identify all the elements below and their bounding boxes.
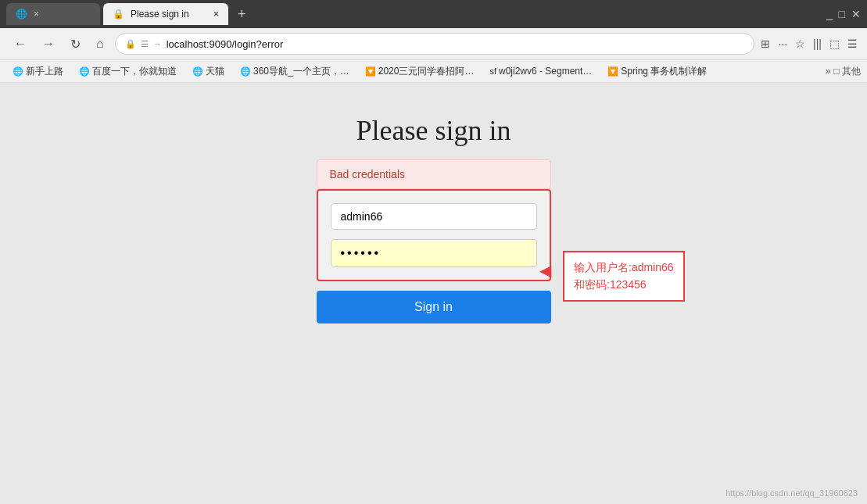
address-bar-right: ⊞ ··· ☆ ||| ⬚ ☰	[761, 38, 858, 50]
annotation-box: 输入用户名:admin66 和密码:123456	[563, 251, 685, 302]
shield-icon: 🔒	[125, 39, 136, 49]
tabs-icon[interactable]: ⬚	[829, 38, 840, 50]
bookmark-icon-2: 🌐	[192, 66, 203, 77]
page-title: Please sign in	[356, 114, 511, 147]
tab-bar: 🌐 × 🔒 Please sign in × + ⎯ □ ✕	[0, 0, 867, 28]
bookmark-icon-3: 🌐	[240, 66, 251, 77]
sign-in-button[interactable]: Sign in	[317, 291, 551, 323]
page-icon: ☰	[141, 39, 149, 49]
more-bookmarks-icon: »	[826, 66, 831, 77]
bookmark-icon-5: sf	[489, 66, 496, 76]
bookmark-icon-0: 🌐	[13, 66, 23, 77]
page-content: Please sign in Bad credentials Sign in ◀…	[0, 83, 867, 504]
bookmark-label-0: 新手上路	[26, 65, 63, 78]
bookmark-icon-4: 🔽	[365, 66, 376, 77]
browser-chrome: 🌐 × 🔒 Please sign in × + ⎯ □ ✕ ← → ↻ ⌂ 🔒…	[0, 0, 867, 83]
bookmark-label-6: Spring 事务机制详解	[621, 65, 707, 78]
bookmark-spring[interactable]: 🔽 Spring 事务机制详解	[601, 63, 713, 80]
address-text[interactable]: localhost:9090/login?error	[167, 38, 284, 50]
bookmark-label-2: 天猫	[206, 65, 224, 78]
qr-icon[interactable]: ⊞	[761, 38, 770, 50]
annotation-line2: 和密码:123456	[574, 276, 674, 293]
star-icon[interactable]: ☆	[795, 38, 805, 50]
sidebar-icon[interactable]: |||	[813, 38, 822, 50]
maximize-icon[interactable]: □	[839, 8, 845, 20]
more-icon[interactable]: ···	[778, 38, 787, 50]
form-container	[317, 189, 551, 281]
annotation-arrow: ◀	[539, 261, 551, 280]
username-input[interactable]	[331, 203, 537, 230]
browser-icons-right: ⎯ □ ✕	[826, 8, 861, 20]
bookmark-icon-6: 🔽	[607, 66, 618, 77]
bookmark-segment[interactable]: sf w0ji2wv6 - Segment…	[483, 64, 598, 78]
tab-inactive-close[interactable]: ×	[34, 9, 39, 20]
bookmark-label-5: w0ji2wv6 - Segment…	[499, 66, 592, 77]
refresh-button[interactable]: ↻	[66, 35, 85, 53]
bookmarks-more[interactable]: » □ 其他	[826, 65, 861, 78]
home-button[interactable]: ⌂	[91, 35, 109, 52]
bookmark-label-3: 360导航_一个主页，…	[253, 65, 349, 78]
tab-inactive[interactable]: 🌐 ×	[6, 3, 100, 25]
error-box: Bad credentials	[317, 159, 551, 189]
annotation-line1: 输入用户名:admin66	[574, 259, 674, 276]
error-message: Bad credentials	[330, 168, 406, 181]
arrow-icon: →	[153, 39, 162, 48]
bookmark-new-user[interactable]: 🌐 新手上路	[6, 63, 70, 80]
forward-button[interactable]: →	[38, 35, 59, 52]
back-button[interactable]: ←	[9, 35, 31, 52]
tab-active-close[interactable]: ×	[213, 9, 219, 20]
tab-active-favicon: 🔒	[113, 9, 124, 20]
minimize-icon[interactable]: ⎯	[826, 8, 833, 20]
bookmark-baidu[interactable]: 🌐 百度一下，你就知道	[73, 63, 183, 80]
tab-active[interactable]: 🔒 Please sign in ×	[103, 3, 228, 25]
menu-icon[interactable]: ☰	[847, 38, 858, 50]
bookmark-label-4: 2020三元同学春招阿…	[378, 65, 475, 78]
bookmark-label-1: 百度一下，你就知道	[92, 65, 177, 78]
bookmark-360[interactable]: 🌐 360导航_一个主页，…	[234, 63, 356, 80]
bookmarks-bar: 🌐 新手上路 🌐 百度一下，你就知道 🌐 天猫 🌐 360导航_一个主页，… 🔽…	[0, 59, 867, 83]
password-input[interactable]	[331, 239, 537, 267]
bookmarks-folder-label: □ 其他	[833, 65, 861, 78]
close-window-icon[interactable]: ✕	[851, 8, 861, 20]
bookmark-icon-1: 🌐	[79, 66, 90, 77]
address-input-wrapper[interactable]: 🔒 ☰ → localhost:9090/login?error	[115, 33, 755, 55]
watermark: https://blog.csdn.net/qq_31960623	[725, 488, 858, 498]
new-tab-button[interactable]: +	[231, 7, 253, 21]
bookmark-tianmao[interactable]: 🌐 天猫	[186, 63, 231, 80]
tab-inactive-favicon: 🌐	[16, 9, 27, 20]
tab-active-label: Please sign in	[131, 9, 189, 20]
address-bar: ← → ↻ ⌂ 🔒 ☰ → localhost:9090/login?error…	[0, 28, 867, 59]
bookmark-2020[interactable]: 🔽 2020三元同学春招阿…	[359, 63, 481, 80]
